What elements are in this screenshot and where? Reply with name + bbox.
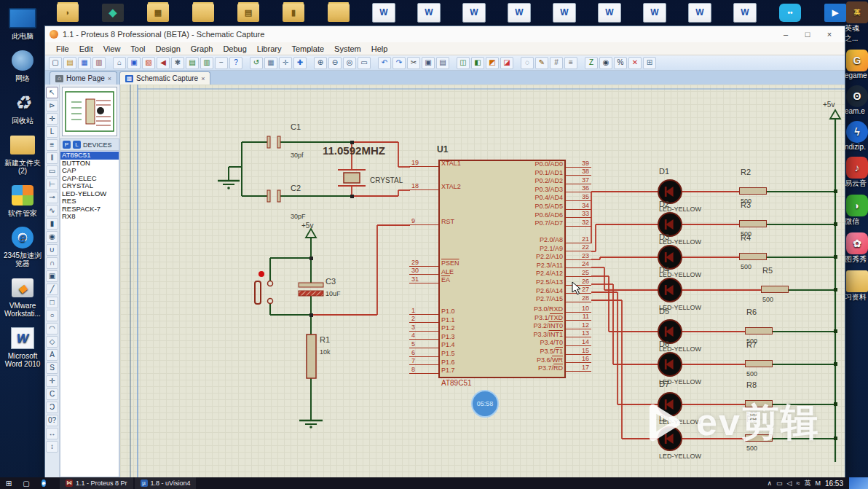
home-icon[interactable]: ⌂ <box>113 57 126 69</box>
tray-display-icon[interactable]: ▭ <box>776 480 783 487</box>
redo-icon[interactable]: ↷ <box>392 57 406 69</box>
angle-display[interactable]: 0? <box>46 415 58 426</box>
tray-lang-icon[interactable]: 英 <box>804 479 810 488</box>
recycle-bin-icon[interactable]: ♻ 回收站 <box>1 89 44 125</box>
minimize-button[interactable]: – <box>775 30 797 39</box>
wire-label-icon[interactable]: L <box>46 126 58 138</box>
menu-item[interactable]: File <box>51 44 74 53</box>
delete-icon[interactable]: ✕ <box>628 57 642 69</box>
pick-part-icon[interactable]: ◌ <box>521 57 534 69</box>
zoom-area-icon[interactable]: ▭ <box>358 57 371 69</box>
game-icon[interactable]: 英 英魂之... <box>845 1 868 44</box>
word-doc-icon[interactable]: W <box>641 0 668 25</box>
help-icon[interactable]: ? <box>229 57 242 69</box>
led-channel[interactable]: D6 LED-YELLOW R7 500 <box>658 352 838 377</box>
menu-item[interactable]: Tool <box>125 44 150 53</box>
tray-expand-icon[interactable]: ∧ <box>767 480 772 487</box>
capacitor-c3[interactable] <box>299 283 323 296</box>
wegame-icon[interactable]: G egame <box>845 50 868 79</box>
block-rotate-icon[interactable]: ◩ <box>486 57 499 69</box>
tab-home-page[interactable]: ⌂ Home Page × <box>50 71 117 85</box>
block-copy-icon[interactable]: ◫ <box>457 57 470 69</box>
generator-icon[interactable]: ◉ <box>46 231 58 243</box>
netease-music-icon[interactable]: ♪ 易云音 <box>845 157 868 189</box>
wechat-icon[interactable]: ◗ 微信 <box>845 195 868 227</box>
led-diode[interactable] <box>658 278 682 302</box>
selection-mode-icon[interactable]: ↖ <box>46 87 58 98</box>
print-icon[interactable]: ▥ <box>92 57 106 69</box>
maximize-button[interactable]: □ <box>797 30 818 39</box>
device-list-item[interactable]: AT89C51 <box>60 152 119 160</box>
arc-2d-icon[interactable]: ◠ <box>46 323 58 335</box>
resistor-r1[interactable] <box>307 335 316 378</box>
zoom-out-icon[interactable]: ⊖ <box>328 57 342 69</box>
folder-docs-icon[interactable]: ▤ <box>234 0 262 25</box>
filmora-icon[interactable]: ◆ <box>99 0 127 25</box>
close-tab-icon[interactable]: × <box>201 75 205 82</box>
line-2d-icon[interactable]: ╱ <box>46 283 58 295</box>
close-sheet-icon[interactable]: ◀ <box>157 57 170 69</box>
device-list-item[interactable]: RES <box>60 197 119 206</box>
autorouter-icon[interactable]: Z <box>585 57 598 69</box>
instruments-icon[interactable]: ▣ <box>46 270 58 282</box>
menu-item[interactable]: Graph <box>186 44 218 53</box>
study-folder-icon[interactable]: 习资料 <box>845 270 868 302</box>
tray-volume-icon[interactable]: ◁ <box>787 480 792 487</box>
device-list-item[interactable]: CRYSTAL <box>60 182 119 190</box>
library-button[interactable]: L <box>73 141 81 149</box>
make-device-icon[interactable]: ✎ <box>535 57 548 69</box>
bandizip-icon[interactable]: ϟ ndizip. <box>845 121 868 151</box>
word-doc-icon[interactable]: W <box>551 0 578 25</box>
cut-icon[interactable]: ✂ <box>407 57 420 69</box>
tab-schematic-capture[interactable]: ▦ Schematic Capture × <box>119 71 210 85</box>
pick-devices-button[interactable]: P <box>63 141 71 149</box>
device-list-item[interactable]: CAP <box>60 167 119 175</box>
folder-books-icon[interactable]: ▮ <box>280 0 307 25</box>
word-doc-icon[interactable]: W <box>460 0 488 25</box>
menu-item[interactable]: Library <box>252 44 287 53</box>
led-diode[interactable] <box>658 352 682 377</box>
network-icon[interactable]: 网络 <box>1 47 44 82</box>
search-icon[interactable]: ◉ <box>599 57 612 69</box>
device-list-item[interactable]: RX8 <box>60 213 119 221</box>
bus-icon[interactable]: ‖ <box>46 152 58 164</box>
sheet-list-icon[interactable]: ⊞ <box>643 57 656 69</box>
menu-item[interactable]: Help <box>366 44 393 53</box>
flip-v-icon[interactable]: ↕ <box>46 441 58 453</box>
marker-2d-icon[interactable]: ✛ <box>46 375 58 387</box>
new-folder-icon[interactable]: 新建文件夹 (2) <box>1 131 44 175</box>
task-view-button[interactable]: ▢ <box>17 480 35 488</box>
folder-pictures-icon[interactable]: ▦ <box>144 0 172 25</box>
word-2010-icon[interactable]: W Microsoft Word 2010 <box>1 324 44 368</box>
close-button[interactable]: × <box>818 30 840 39</box>
paste-icon[interactable]: ▤ <box>436 57 449 69</box>
block-move-icon[interactable]: ◧ <box>471 57 484 69</box>
redraw-icon[interactable]: ↺ <box>250 57 263 69</box>
led-channel[interactable]: D3 LED-YELLOW R4 500 <box>658 245 838 270</box>
word-doc-icon[interactable]: W <box>370 0 398 25</box>
bilibili-icon[interactable]: •• <box>776 0 804 25</box>
netlist-icon[interactable]: − <box>215 57 228 69</box>
design-explorer-icon[interactable]: ▣ <box>127 57 141 69</box>
path-2d-icon[interactable]: ◇ <box>46 336 58 348</box>
browser-2345-icon[interactable]: e 2345加速浏 览器 <box>1 224 44 267</box>
software-manager-icon[interactable]: 软件管家 <box>1 181 44 217</box>
meitu-icon[interactable]: ✿ 图秀秀 <box>845 232 868 265</box>
open-icon[interactable]: ▤ <box>63 57 76 69</box>
capacitor-c2[interactable] <box>267 190 280 202</box>
block-delete-icon[interactable]: ◪ <box>500 57 513 69</box>
led-channel[interactable]: D4 LED-YELLOW R5 500 <box>658 278 838 302</box>
folder-plain-icon[interactable] <box>325 0 352 25</box>
menu-item[interactable]: View <box>98 44 126 53</box>
close-tab-icon[interactable]: × <box>108 75 111 82</box>
decompose-icon[interactable]: ≡ <box>564 57 577 69</box>
device-pin-icon[interactable]: ⊸ <box>46 192 58 203</box>
word-doc-icon[interactable]: W <box>415 0 443 25</box>
menu-item[interactable]: Template <box>286 44 329 53</box>
folder-icon[interactable] <box>189 0 217 25</box>
menu-item[interactable]: Debug <box>218 44 251 53</box>
this-pc-icon[interactable]: 此电脑 <box>1 4 44 40</box>
vmware-icon[interactable]: ◆ VMware Workstati... <box>1 274 44 318</box>
junction-dot-icon[interactable]: ✛ <box>46 113 58 125</box>
menu-item[interactable]: Edit <box>74 44 98 53</box>
